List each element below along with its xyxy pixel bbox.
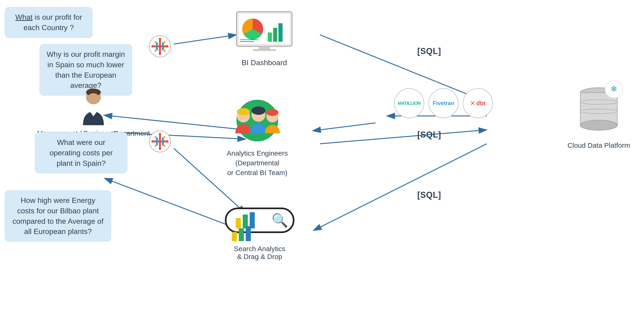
analytics-engineers-icon (222, 100, 292, 146)
speech-bubble-1: What is our profit for each Country ? (5, 7, 93, 38)
person-svg (77, 88, 110, 125)
svg-line-9 (320, 130, 487, 144)
svg-point-23 (166, 45, 168, 48)
search-bar-icon: 🔍 (222, 200, 297, 241)
fivetran-label: Fivetran (432, 100, 454, 106)
person-icon-section: Management / Business Department (37, 88, 150, 138)
svg-rect-30 (153, 140, 167, 142)
dbt-badge: ✕ dbt (463, 88, 493, 118)
tableau-icon-top (148, 35, 172, 59)
svg-point-24 (154, 41, 156, 43)
svg-point-20 (159, 38, 161, 40)
database-icon: ❄ (573, 79, 624, 139)
svg-line-2 (174, 35, 236, 44)
svg-point-14 (88, 93, 99, 102)
svg-point-39 (154, 145, 156, 147)
svg-point-37 (154, 136, 156, 138)
matillion-label: MATILLION (398, 101, 420, 106)
speech-bubble-4: How high were Energy costs for our Bilba… (5, 190, 111, 242)
dbt-label: dbt (476, 100, 486, 107)
matillion-badge: MATILLION (394, 88, 424, 118)
svg-point-34 (159, 148, 161, 150)
svg-point-21 (159, 53, 161, 55)
bi-dashboard-icon (232, 9, 297, 56)
svg-point-38 (164, 136, 165, 138)
svg-rect-47 (240, 40, 258, 40)
svg-point-40 (164, 145, 165, 147)
sql-label-3: [SQL] (417, 190, 441, 200)
svg-point-55 (252, 106, 266, 115)
svg-point-26 (154, 50, 156, 52)
analytics-engineers-label: Analytics Engineers (Departmental or Cen… (222, 148, 292, 178)
cloud-platform-label: Cloud Data Platform (568, 142, 630, 149)
tools-section: MATILLION Fivetran ✕ dbt (394, 88, 493, 118)
svg-rect-17 (153, 46, 167, 47)
svg-rect-50 (253, 49, 276, 51)
bubble4-text: How high were Energy costs for our Bilba… (12, 196, 104, 236)
svg-rect-32 (162, 138, 164, 146)
svg-point-60 (580, 120, 617, 130)
svg-point-22 (152, 45, 154, 48)
svg-point-36 (166, 140, 168, 142)
bubble2-text: Why is our profit margin in Spain so muc… (46, 50, 125, 90)
svg-rect-31 (156, 138, 158, 146)
svg-point-27 (164, 50, 165, 52)
svg-line-5 (320, 123, 376, 130)
svg-rect-46 (278, 23, 282, 42)
diagram-container: { "bubble1": { "text_part1": "What", "te… (0, 0, 644, 320)
fivetran-badge: Fivetran (428, 88, 458, 118)
svg-rect-19 (162, 42, 164, 50)
svg-point-33 (159, 133, 161, 135)
sql-label-1: [SQL] (417, 46, 441, 56)
bubble3-text: What were our operating costs per plant … (50, 138, 113, 168)
svg-rect-18 (156, 42, 158, 50)
svg-rect-48 (240, 41, 254, 42)
svg-rect-45 (273, 28, 277, 42)
svg-point-25 (164, 41, 165, 43)
svg-rect-44 (268, 32, 272, 42)
svg-rect-49 (258, 46, 270, 49)
bi-dashboard-label: BI Dashboard (232, 58, 297, 67)
bi-dashboard-node: BI Dashboard (232, 9, 297, 67)
tableau-icon-bottom (148, 130, 172, 154)
svg-point-53 (237, 108, 250, 116)
search-analytics-label: Search Analytics & Drag & Drop (222, 245, 297, 261)
bubble1-what: What (15, 13, 33, 21)
search-analytics-node: 🔍 Search Analytics & Drag & Drop (222, 200, 297, 261)
cloud-platform-node: ❄ Cloud Data Platform (568, 79, 630, 149)
speech-bubble-3: What were our operating costs per plant … (35, 132, 128, 174)
svg-point-35 (152, 140, 154, 142)
svg-point-57 (266, 109, 278, 116)
svg-text:❄: ❄ (610, 84, 617, 94)
sql-label-2: [SQL] (417, 130, 441, 140)
svg-line-10 (320, 144, 487, 227)
analytics-engineers-node: Analytics Engineers (Departmental or Cen… (222, 100, 292, 178)
